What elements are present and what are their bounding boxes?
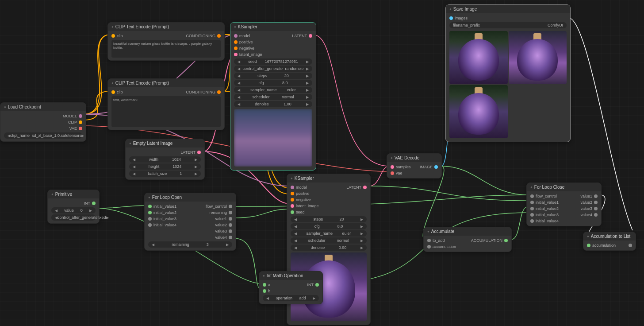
port-latent-in[interactable] xyxy=(234,53,238,56)
port-images[interactable] xyxy=(449,16,453,20)
port-in[interactable] xyxy=(427,239,431,242)
widget-remaining[interactable]: ◀remaining3▶ xyxy=(148,241,232,248)
widget-scheduler[interactable]: ◀schedulernormal▶ xyxy=(234,94,312,100)
port-out[interactable] xyxy=(594,213,598,217)
node-acc-to-list[interactable]: Accumulation to List accumulation xyxy=(583,232,636,251)
widget-seed[interactable]: ◀seed167720781274951▶ xyxy=(234,58,312,65)
node-title[interactable]: For Loop Close xyxy=(527,183,601,191)
port-out[interactable] xyxy=(229,223,232,227)
port-out[interactable] xyxy=(229,217,232,221)
port-in[interactable] xyxy=(148,205,152,208)
port-out[interactable] xyxy=(229,229,232,233)
node-title[interactable]: CLIP Text Encode (Prompt) xyxy=(108,79,224,87)
widget-control[interactable]: ◀control_after_generatefixed▶ xyxy=(51,214,96,221)
port-cond-out[interactable] xyxy=(217,90,221,94)
node-int-math[interactable]: Int Math Operation aINT b ◀operationadd▶ xyxy=(259,271,323,304)
port-vae[interactable] xyxy=(79,127,82,130)
widget-height[interactable]: ◀height1024▶ xyxy=(129,163,201,170)
widget-denoise[interactable]: ◀denoise1.00▶ xyxy=(234,101,312,107)
port-latent-out[interactable] xyxy=(197,151,201,154)
port-image[interactable] xyxy=(434,165,438,169)
widget-denoise[interactable]: ◀denoise0.90▶ xyxy=(291,244,367,251)
widget-filename[interactable]: filename_prefixComfyUI xyxy=(449,22,567,28)
port-out[interactable] xyxy=(229,236,232,239)
widget-steps[interactable]: ◀steps20▶ xyxy=(234,73,312,79)
node-title[interactable]: Empty Latent Image xyxy=(126,139,204,147)
node-title[interactable]: Load Checkpoint xyxy=(0,103,86,111)
port-out[interactable] xyxy=(594,207,598,210)
port-out[interactable] xyxy=(504,239,508,242)
node-title[interactable]: CLIP Text Encode (Prompt) xyxy=(108,23,224,31)
node-title[interactable]: For Loop Open xyxy=(145,193,236,202)
widget-value[interactable]: ◀value0▶ xyxy=(51,207,96,213)
widget-scheduler[interactable]: ◀schedulernormal▶ xyxy=(291,237,367,244)
port-out[interactable] xyxy=(229,211,232,214)
port-clip-in[interactable] xyxy=(111,90,115,94)
port-vae[interactable] xyxy=(391,171,394,175)
widget-batch[interactable]: ◀batch_size1▶ xyxy=(129,171,201,177)
widget-steps[interactable]: ◀steps20▶ xyxy=(291,216,367,222)
port-samples[interactable] xyxy=(391,165,394,169)
port-in[interactable] xyxy=(148,223,152,227)
widget-cfg[interactable]: ◀cfg8.0▶ xyxy=(291,223,367,229)
node-ksampler-1[interactable]: KSampler modelLATENT positive negative l… xyxy=(230,22,316,171)
port-in[interactable] xyxy=(427,245,431,248)
node-save-image[interactable]: Save Image images filename_prefixComfyUI xyxy=(445,4,571,142)
port-model[interactable] xyxy=(291,186,294,189)
node-title[interactable]: Primitive xyxy=(48,190,99,198)
port-latent[interactable] xyxy=(309,34,312,38)
widget-cfg[interactable]: ◀cfg8.0▶ xyxy=(234,80,312,86)
node-title[interactable]: KSampler xyxy=(287,174,370,182)
widget-sampler[interactable]: ◀sampler_nameeuler▶ xyxy=(291,230,367,237)
port-latent-in[interactable] xyxy=(291,204,294,208)
port-in[interactable] xyxy=(530,194,534,198)
port-out[interactable] xyxy=(229,205,232,208)
prompt-text[interactable]: beautiful scenery nature glass bottle la… xyxy=(111,40,221,58)
node-forloop-close[interactable]: For Loop Close flow_controlvalue1 initia… xyxy=(526,182,602,226)
port-in[interactable] xyxy=(148,217,152,221)
port-positive[interactable] xyxy=(234,40,238,44)
port-in[interactable] xyxy=(148,211,152,214)
node-load-checkpoint[interactable]: Load Checkpoint MODEL CLIP VAE ◀ckpt_nam… xyxy=(0,102,86,142)
node-empty-latent[interactable]: Empty Latent Image LATENT ◀width1024▶ ◀h… xyxy=(125,139,205,180)
port-out[interactable] xyxy=(594,201,598,204)
port-cond-out[interactable] xyxy=(217,34,221,38)
node-primitive[interactable]: Primitive INT ◀value0▶ ◀control_after_ge… xyxy=(47,190,100,224)
port-model[interactable] xyxy=(234,34,238,38)
widget-sampler[interactable]: ◀sampler_nameeuler▶ xyxy=(234,87,312,93)
port-in[interactable] xyxy=(530,213,534,217)
port-int[interactable] xyxy=(92,202,96,205)
port-out[interactable] xyxy=(594,194,598,198)
node-vae-decode[interactable]: VAE Decode samplesIMAGE vae xyxy=(387,153,442,179)
node-clip-encode-1[interactable]: CLIP Text Encode (Prompt) clipCONDITIONI… xyxy=(107,22,225,61)
port-clip-in[interactable] xyxy=(111,34,115,38)
node-title[interactable]: Accumulation to List xyxy=(583,232,636,241)
port-out[interactable] xyxy=(629,244,632,247)
port-seed[interactable] xyxy=(291,210,294,214)
widget-operation[interactable]: ◀operationadd▶ xyxy=(263,295,319,301)
widget-width[interactable]: ◀width1024▶ xyxy=(129,156,201,163)
node-title[interactable]: Save Image xyxy=(446,5,570,13)
node-forloop-open[interactable]: For Loop Open initial_value1flow_control… xyxy=(144,193,236,251)
prompt-text[interactable]: text, watermark xyxy=(111,96,221,127)
node-title[interactable]: KSampler xyxy=(230,23,316,31)
port-latent[interactable] xyxy=(363,186,367,189)
port-b[interactable] xyxy=(263,289,266,293)
port-in[interactable] xyxy=(530,201,534,204)
port-in[interactable] xyxy=(530,207,534,210)
port-in[interactable] xyxy=(587,244,590,247)
node-accumulate[interactable]: Accumulate to_addACCUMULATION accumulati… xyxy=(423,227,512,252)
node-title[interactable]: VAE Decode xyxy=(387,154,441,162)
port-positive[interactable] xyxy=(291,192,294,195)
port-negative[interactable] xyxy=(291,198,294,202)
node-clip-encode-2[interactable]: CLIP Text Encode (Prompt) clipCONDITIONI… xyxy=(107,78,225,130)
port-int[interactable] xyxy=(315,283,319,287)
widget-ckpt-name[interactable]: ◀ckpt_name sd_xl_base_1.0.safetensors▶ xyxy=(4,132,82,139)
port-model[interactable] xyxy=(79,114,82,118)
port-negative[interactable] xyxy=(234,47,238,50)
port-a[interactable] xyxy=(263,283,266,287)
node-title[interactable]: Accumulate xyxy=(424,227,511,236)
widget-control[interactable]: ◀control_after_generaterandomize▶ xyxy=(234,66,312,72)
node-title[interactable]: Int Math Operation xyxy=(259,272,322,280)
port-in[interactable] xyxy=(530,219,534,223)
